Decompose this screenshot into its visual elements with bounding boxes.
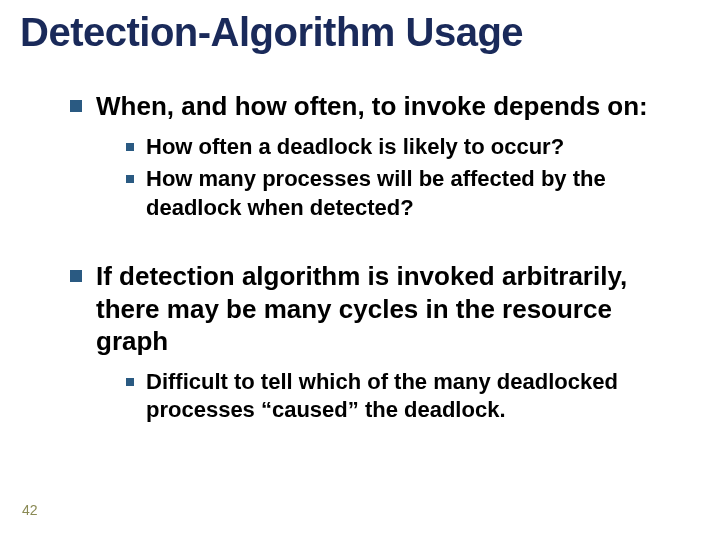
bullet-l2-text: Difficult to tell which of the many dead… — [146, 369, 618, 423]
bullet-list-1b: If detection algorithm is invoked arbitr… — [70, 260, 690, 425]
slide: Detection-Algorithm Usage When, and how … — [0, 0, 720, 540]
bullet-l2-item: How often a deadlock is likely to occur? — [126, 133, 690, 162]
bullet-list-1: When, and how often, to invoke depends o… — [70, 90, 690, 222]
bullet-l2-text: How often a deadlock is likely to occur? — [146, 134, 564, 159]
bullet-l2-text: How many processes will be affected by t… — [146, 166, 606, 220]
bullet-list-2: How often a deadlock is likely to occur?… — [126, 133, 690, 223]
slide-body: When, and how often, to invoke depends o… — [70, 90, 690, 437]
page-number: 42 — [22, 502, 38, 518]
bullet-l1-text: If detection algorithm is invoked arbitr… — [96, 261, 627, 356]
spacer — [70, 234, 690, 260]
bullet-list-2b: Difficult to tell which of the many dead… — [126, 368, 690, 425]
bullet-l1-item: When, and how often, to invoke depends o… — [70, 90, 690, 222]
bullet-l2-item: How many processes will be affected by t… — [126, 165, 690, 222]
bullet-l1-text: When, and how often, to invoke depends o… — [96, 91, 648, 121]
bullet-l2-item: Difficult to tell which of the many dead… — [126, 368, 690, 425]
slide-title: Detection-Algorithm Usage — [20, 10, 523, 55]
bullet-l1-item: If detection algorithm is invoked arbitr… — [70, 260, 690, 425]
